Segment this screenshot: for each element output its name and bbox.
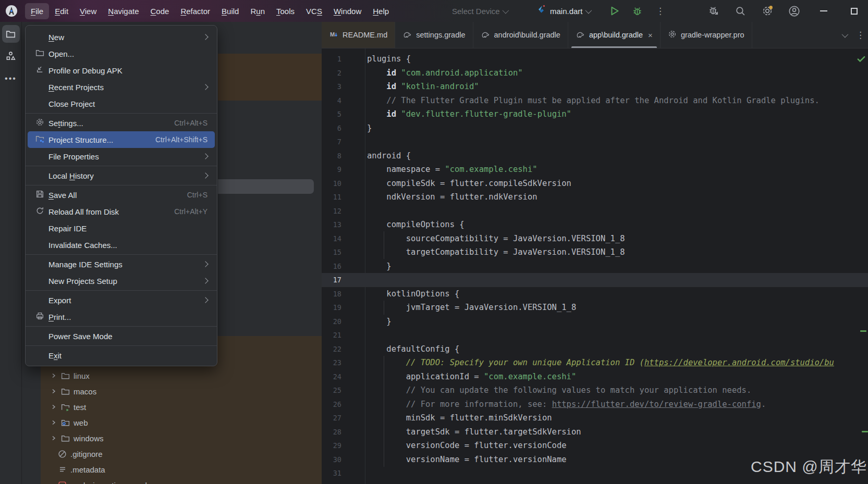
tree-item-test[interactable]: test (22, 399, 322, 415)
code-line-18[interactable]: 18 kotlinOptions { (322, 287, 868, 301)
code-line-28[interactable]: 28 targetSdk = flutter.targetSdkVersion (322, 425, 868, 439)
code-line-10[interactable]: 10 compileSdk = flutter.compileSdkVersio… (322, 177, 868, 191)
maximize-button[interactable] (845, 0, 863, 22)
file-menu-item-invalidate-caches[interactable]: Invalidate Caches... (28, 237, 215, 253)
code-line-22[interactable]: 22 defaultConfig { (322, 342, 868, 356)
code-line-5[interactable]: 5 id "dev.flutter.flutter-gradle-plugin" (322, 107, 868, 121)
todo-stripe-mark[interactable] (860, 330, 866, 332)
inspections-ok-icon[interactable] (857, 54, 866, 66)
editor-tab-gradle-wrapper.pro[interactable]: gradle-wrapper.pro (661, 22, 752, 48)
line-number[interactable]: 10 (322, 177, 367, 191)
tree-item-linux[interactable]: linux (22, 368, 322, 383)
tree-item--gitignore[interactable]: .gitignore (22, 446, 322, 462)
device-selector[interactable]: Select Device (452, 0, 507, 22)
line-number[interactable]: 27 (322, 411, 367, 425)
editor-tab-app-build.gradle[interactable]: app\build.gradle× (568, 22, 661, 48)
file-menu-item-manage-ide-settings[interactable]: Manage IDE Settings (28, 256, 215, 272)
tree-item--metadata[interactable]: .metadata (22, 462, 322, 477)
code-line-20[interactable]: 20 } (322, 315, 868, 329)
chevron-right-icon[interactable] (50, 420, 58, 425)
code-line-11[interactable]: 11 ndkVersion = flutter.ndkVersion (322, 190, 868, 204)
menubar-item-vcs[interactable]: VCS (300, 3, 328, 19)
code-line-26[interactable]: 26 // For more information, see: https:/… (322, 398, 868, 412)
line-number[interactable]: 2 (322, 66, 367, 80)
tab-options-ellipsis-icon[interactable]: ⋮ (856, 30, 865, 41)
line-number[interactable]: 6 (322, 121, 367, 135)
menubar-item-window[interactable]: Window (328, 3, 367, 19)
editor-tab-settings.gradle[interactable]: settings.gradle (395, 22, 473, 48)
line-number[interactable]: 23 (322, 356, 367, 370)
file-menu-item-new-projects-setup[interactable]: New Projects Setup (28, 272, 215, 289)
file-menu-item-project-structure[interactable]: Project Structure...Ctrl+Alt+Shift+S (28, 131, 215, 148)
project-folder-icon[interactable] (2, 25, 20, 43)
tree-item-windows[interactable]: windows (22, 430, 322, 446)
line-number[interactable]: 1 (322, 52, 367, 66)
code-line-23[interactable]: 23 // TODO: Specify your own unique Appl… (322, 356, 868, 370)
structure-icon[interactable] (2, 47, 20, 65)
file-menu-item-exit[interactable]: Exit (28, 347, 215, 364)
tree-item-macos[interactable]: macos (22, 383, 322, 399)
more-tools-icon[interactable]: ••• (0, 74, 21, 83)
chevron-right-icon[interactable] (50, 436, 58, 441)
code-line-16[interactable]: 16 } (322, 259, 868, 274)
menubar-item-code[interactable]: Code (145, 3, 175, 19)
minimize-button[interactable] (815, 0, 833, 22)
line-number[interactable]: 21 (322, 328, 367, 342)
menubar-item-refactor[interactable]: Refactor (175, 3, 216, 19)
code-line-25[interactable]: 25 // You can update the following value… (322, 383, 868, 398)
run-play-button[interactable] (609, 0, 620, 22)
file-menu-item-power-save-mode[interactable]: Power Save Mode (28, 328, 215, 344)
file-menu-item-reload-all-from-disk[interactable]: Reload All from DiskCtrl+Alt+Y (28, 203, 215, 220)
tree-item-web[interactable]: web (22, 415, 322, 430)
file-menu-item-local-history[interactable]: Local History (28, 167, 215, 184)
line-number[interactable]: 29 (322, 439, 367, 453)
menubar-item-edit[interactable]: Edit (49, 3, 74, 19)
editor-tab-readme.md[interactable]: MREADME.md (322, 22, 395, 48)
line-number[interactable]: 9 (322, 163, 367, 177)
file-menu-item-print[interactable]: Print... (28, 308, 215, 325)
chevron-right-icon[interactable] (50, 373, 58, 378)
menubar-item-navigate[interactable]: Navigate (102, 3, 144, 19)
code-line-9[interactable]: 9 namespace = "com.example.ceshi" (322, 163, 868, 177)
line-number[interactable]: 22 (322, 342, 367, 356)
code-line-12[interactable]: 12 (322, 204, 868, 218)
run-configuration[interactable]: main.dart (537, 0, 590, 22)
line-number[interactable]: 20 (322, 315, 367, 329)
file-menu-item-settings[interactable]: Settings...Ctrl+Alt+S (28, 115, 215, 131)
file-menu-item-repair-ide[interactable]: Repair IDE (28, 220, 215, 237)
line-number[interactable]: 16 (322, 259, 367, 274)
line-number[interactable]: 14 (322, 232, 367, 246)
code-line-21[interactable]: 21 (322, 328, 868, 342)
line-number[interactable]: 4 (322, 94, 367, 108)
line-number[interactable]: 28 (322, 425, 367, 439)
file-menu-item-close-project[interactable]: Close Project (28, 95, 215, 112)
attach-profiler-button[interactable] (708, 0, 719, 22)
file-menu-item-new[interactable]: New (28, 29, 215, 45)
tree-item-analysis-options-yaml[interactable]: Yanalysis_options.yaml (22, 477, 322, 484)
menubar-item-help[interactable]: Help (367, 3, 395, 19)
search-icon[interactable] (735, 0, 746, 22)
todo-stripe-mark[interactable] (862, 431, 868, 432)
line-number[interactable]: 19 (322, 301, 367, 315)
line-number[interactable]: 8 (322, 149, 367, 163)
line-number[interactable]: 24 (322, 370, 367, 384)
file-menu-item-open[interactable]: Open... (28, 45, 215, 62)
file-menu-item-profile-or-debug-apk[interactable]: Profile or Debug APK (28, 62, 215, 79)
line-number[interactable]: 18 (322, 287, 367, 301)
code-line-17[interactable]: 17 (322, 273, 868, 287)
line-number[interactable]: 25 (322, 383, 367, 398)
chevron-right-icon[interactable] (50, 404, 58, 409)
code-line-13[interactable]: 13 compileOptions { (322, 218, 868, 232)
settings-gear-icon[interactable] (762, 0, 773, 22)
file-menu-item-recent-projects[interactable]: Recent Projects (28, 79, 215, 95)
more-ellipsis-icon[interactable]: ⋮ (656, 0, 665, 22)
chevron-right-icon[interactable] (50, 389, 58, 394)
code-editor[interactable]: 1plugins {2 id "com.android.application"… (322, 48, 868, 484)
code-line-1[interactable]: 1plugins { (322, 52, 868, 66)
code-line-7[interactable]: 7 (322, 135, 868, 149)
hidden-tabs-chevron-icon[interactable] (842, 31, 849, 38)
line-number[interactable]: 17 (322, 273, 367, 287)
code-line-3[interactable]: 3 id "kotlin-android" (322, 80, 868, 94)
code-line-19[interactable]: 19 jvmTarget = JavaVersion.VERSION_1_8 (322, 301, 868, 315)
project-tree-selected-row[interactable] (218, 179, 314, 194)
